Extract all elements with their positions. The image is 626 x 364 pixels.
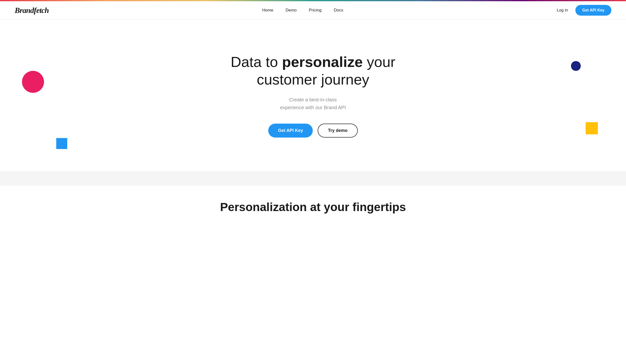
nav-link-demo[interactable]: Demo bbox=[286, 8, 297, 12]
nav-menu: Home Demo Pricing Docs bbox=[262, 8, 343, 13]
nav-item-pricing[interactable]: Pricing bbox=[309, 8, 321, 13]
pink-circle-decoration bbox=[22, 71, 44, 93]
nav-item-docs[interactable]: Docs bbox=[334, 8, 343, 13]
hero-section: Data to personalize your customer journe… bbox=[0, 20, 626, 171]
hero-title: Data to personalize your customer journe… bbox=[227, 53, 399, 88]
hero-subtitle-line2: experience with our Brand API bbox=[280, 105, 346, 110]
blue-square-decoration bbox=[56, 138, 67, 149]
nav-link-docs[interactable]: Docs bbox=[334, 8, 343, 12]
navbar: Brandfetch Home Demo Pricing Docs Log in… bbox=[0, 1, 626, 20]
personalization-heading: Personalization at your fingertips bbox=[15, 200, 611, 214]
brand-name: Brandfetch bbox=[15, 6, 49, 15]
navbar-get-api-key-button[interactable]: Get API Key bbox=[575, 5, 611, 16]
section-divider bbox=[0, 171, 626, 186]
nav-item-home[interactable]: Home bbox=[262, 8, 273, 13]
hero-subtitle: Create a best-in-class experience with o… bbox=[280, 96, 346, 111]
navbar-actions: Log in Get API Key bbox=[557, 5, 611, 16]
yellow-square-decoration bbox=[586, 122, 598, 134]
hero-subtitle-line1: Create a best-in-class bbox=[289, 97, 337, 102]
hero-buttons: Get API Key Try demo bbox=[268, 124, 358, 137]
hero-get-api-key-button[interactable]: Get API Key bbox=[268, 124, 313, 137]
hero-title-prefix: Data to bbox=[231, 54, 282, 70]
login-button[interactable]: Log in bbox=[557, 8, 568, 13]
section-personalization: Personalization at your fingertips bbox=[0, 186, 626, 221]
dark-circle-decoration bbox=[571, 61, 581, 71]
nav-link-home[interactable]: Home bbox=[262, 8, 273, 12]
brand-logo[interactable]: Brandfetch bbox=[15, 6, 49, 15]
nav-item-demo[interactable]: Demo bbox=[286, 8, 297, 13]
hero-title-bold: personalize bbox=[282, 54, 363, 70]
hero-try-demo-button[interactable]: Try demo bbox=[318, 124, 358, 137]
nav-link-pricing[interactable]: Pricing bbox=[309, 8, 321, 12]
